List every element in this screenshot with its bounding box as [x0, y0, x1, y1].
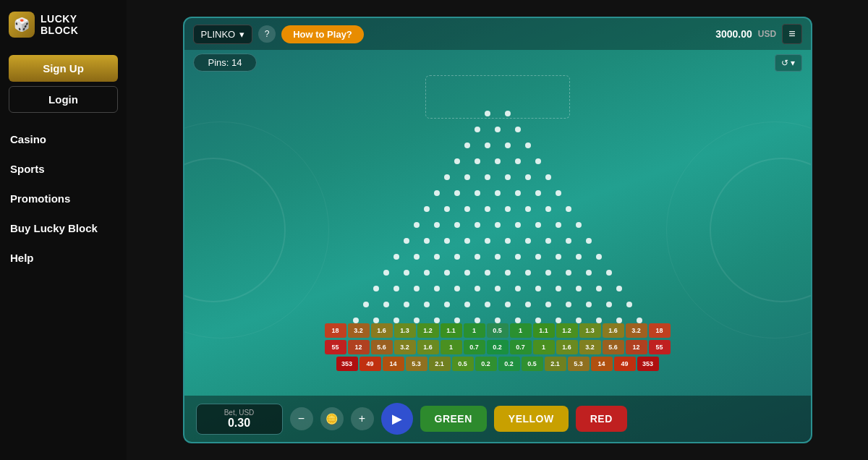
score-cell[interactable]: 0.5	[452, 357, 474, 371]
score-cell[interactable]: 1.3	[579, 323, 601, 338]
score-cell[interactable]: 1.6	[371, 323, 393, 338]
currency-label: USD	[758, 29, 776, 39]
game-selector-label: PLINKO	[201, 29, 236, 40]
main-content: PLINKO ▾ ? How to Play? 3000.00 USD ≡ Pi…	[127, 0, 868, 460]
pins-label: Pins: 14	[208, 57, 242, 68]
score-cell[interactable]: 2.1	[545, 357, 566, 371]
score-cell[interactable]: 0.5	[522, 357, 543, 371]
score-cell[interactable]: 353	[336, 357, 358, 371]
score-cell[interactable]: 0.2	[487, 340, 509, 354]
score-row-0: 183.21.61.31.21.110.511.11.21.31.63.218	[324, 323, 671, 338]
plinko-canvas	[317, 99, 678, 323]
score-cell[interactable]: 1.2	[556, 323, 578, 338]
score-cell[interactable]: 2.1	[429, 357, 451, 371]
refresh-area: ↺ ▾	[775, 54, 801, 72]
red-mode-button[interactable]: RED	[576, 406, 627, 432]
sidebar-item-sports[interactable]: Sports	[0, 154, 127, 184]
score-cell[interactable]: 1.6	[417, 340, 439, 354]
login-button[interactable]: Login	[9, 86, 118, 113]
score-cell[interactable]: 12	[626, 340, 647, 354]
chips-icon: 🪙	[326, 413, 338, 425]
score-cell[interactable]: 12	[348, 340, 370, 354]
score-cell[interactable]: 1	[533, 340, 555, 354]
question-icon: ?	[265, 29, 270, 39]
sidebar-item-casino[interactable]: Casino	[0, 124, 127, 154]
how-to-play-button[interactable]: How to Play?	[281, 25, 364, 43]
score-cell[interactable]: 1.6	[603, 323, 624, 338]
score-cell[interactable]: 49	[614, 357, 636, 371]
score-cell[interactable]: 1.6	[556, 340, 578, 354]
green-mode-button[interactable]: GREEN	[420, 406, 487, 432]
score-row-2: 35349145.32.10.50.20.20.52.15.31449353	[324, 357, 671, 371]
score-cell[interactable]: 1	[441, 340, 462, 354]
increase-bet-button[interactable]: +	[351, 407, 374, 430]
chips-button[interactable]: 🪙	[320, 407, 344, 430]
play-button[interactable]: ▶	[381, 403, 413, 435]
menu-button[interactable]: ≡	[782, 24, 801, 44]
logo-text: LUCKY BLOCK	[41, 13, 118, 36]
score-cell[interactable]: 5.6	[371, 340, 393, 354]
bet-label: Bet, USD	[211, 409, 268, 417]
score-cell[interactable]: 0.5	[487, 323, 509, 338]
drop-zone	[425, 75, 570, 119]
pins-selector[interactable]: Pins: 14	[193, 54, 258, 72]
plinko-board: 183.21.61.31.21.110.511.11.21.31.63.2185…	[184, 75, 811, 396]
bet-value: 0.30	[211, 417, 268, 430]
score-cell[interactable]: 14	[383, 357, 404, 371]
score-cell[interactable]: 1.3	[394, 323, 416, 338]
score-cell[interactable]: 0.7	[510, 340, 532, 354]
game-selector[interactable]: PLINKO ▾	[193, 25, 253, 44]
score-cell[interactable]: 3.2	[394, 340, 416, 354]
score-cell[interactable]: 3.2	[348, 323, 370, 338]
game-header: PLINKO ▾ ? How to Play? 3000.00 USD ≡	[184, 18, 811, 50]
score-cell[interactable]: 55	[325, 340, 346, 354]
score-cell[interactable]: 0.2	[475, 357, 497, 371]
score-cell[interactable]: 5.3	[406, 357, 427, 371]
game-container: PLINKO ▾ ? How to Play? 3000.00 USD ≡ Pi…	[183, 17, 812, 443]
score-cell[interactable]: 14	[591, 357, 613, 371]
bet-display: Bet, USD 0.30	[196, 404, 283, 435]
score-cell[interactable]: 18	[649, 323, 671, 338]
score-cell[interactable]: 1.1	[441, 323, 462, 338]
decrease-bet-button[interactable]: −	[290, 407, 313, 430]
help-button[interactable]: ?	[258, 25, 276, 43]
score-cell[interactable]: 0.2	[498, 357, 520, 371]
score-area: 183.21.61.31.21.110.511.11.21.31.63.2185…	[324, 323, 671, 371]
sidebar-item-promotions[interactable]: Promotions	[0, 184, 127, 213]
score-cell[interactable]: 0.7	[464, 340, 485, 354]
sidebar-item-help[interactable]: Help	[0, 243, 127, 273]
score-cell[interactable]: 18	[325, 323, 346, 338]
score-cell[interactable]: 5.3	[568, 357, 590, 371]
score-cell[interactable]: 3.2	[626, 323, 647, 338]
score-cell[interactable]: 49	[359, 357, 381, 371]
refresh-button[interactable]: ↺ ▾	[775, 54, 801, 72]
play-icon: ▶	[392, 411, 402, 427]
score-cell[interactable]: 5.6	[603, 340, 624, 354]
score-cell[interactable]: 1	[510, 323, 532, 338]
chevron-down-icon: ▾	[239, 29, 244, 40]
logo-area: 🎲 LUCKY BLOCK	[0, 0, 127, 49]
logo-icon: 🎲	[9, 12, 35, 38]
signup-button[interactable]: Sign Up	[9, 55, 118, 82]
game-controls: Bet, USD 0.30 − 🪙 + ▶ GREEN YELLOW RED	[184, 396, 811, 442]
score-cell[interactable]: 1	[464, 323, 485, 338]
balance-area: 3000.00 USD ≡	[715, 24, 801, 44]
score-cell[interactable]: 1.1	[533, 323, 555, 338]
sidebar: 🎲 LUCKY BLOCK Sign Up Login Casino Sport…	[0, 0, 127, 460]
pins-bar: Pins: 14 ↺ ▾	[184, 50, 811, 75]
score-cell[interactable]: 1.2	[417, 323, 439, 338]
sidebar-item-buy-lucky-block[interactable]: Buy Lucky Block	[0, 213, 127, 243]
score-row-1: 55125.63.21.610.70.20.711.63.25.61255	[324, 340, 671, 354]
yellow-mode-button[interactable]: YELLOW	[494, 406, 569, 432]
balance-value: 3000.00	[715, 28, 752, 40]
score-cell[interactable]: 353	[637, 357, 659, 371]
score-cell[interactable]: 55	[649, 340, 671, 354]
score-cell[interactable]: 3.2	[579, 340, 601, 354]
